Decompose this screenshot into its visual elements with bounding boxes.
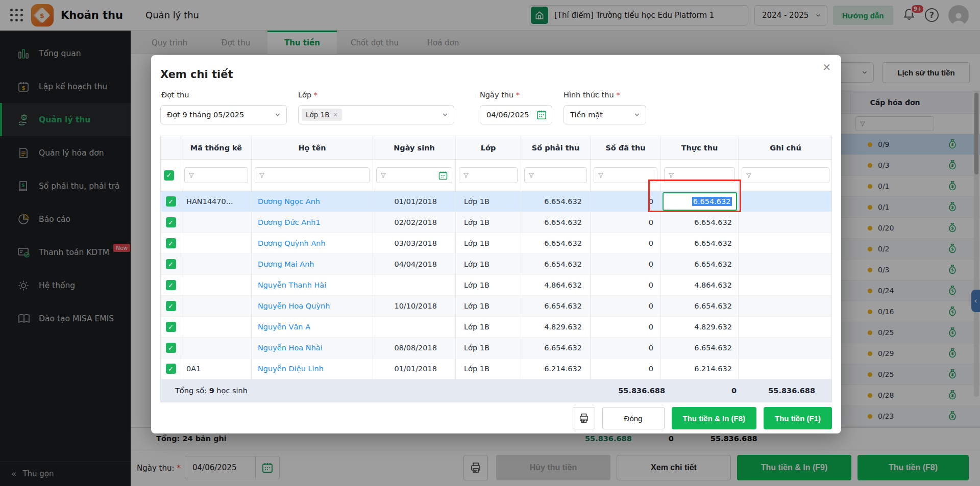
student-code-cell [181,212,252,233]
payment-method-value: Tiền mặt [570,111,633,119]
total-paid: 0 [673,387,744,395]
note-cell [739,275,832,295]
actual-amount-cell: 6.654.632 [661,296,739,316]
student-name-link[interactable]: Dương Ngọc Anh [258,197,320,206]
row-checkbox-cell: ✓ [161,212,181,233]
table-row: ✓HAN14470...Dương Ngọc Anh01/01/2018Lớp … [161,191,831,212]
student-name-link[interactable]: Nguyễn Hoa Nhài [258,344,323,352]
student-code-cell [181,233,252,253]
row-checkbox[interactable]: ✓ [166,364,176,374]
amount-due-cell: 6.654.632 [521,296,591,316]
batch-select[interactable]: Đợt 9 tháng 05/2025 [160,105,287,124]
filter-funnel-icon [528,172,534,178]
table-row: ✓Dương Đức Anh102/02/2018Lớp 1B6.654.632… [161,212,831,233]
calendar-icon[interactable] [438,170,448,181]
student-code-cell: HAN14470... [181,191,252,212]
total-actual: 55.836.688 [744,387,821,395]
student-name-link[interactable]: Dương Mai Anh [258,260,314,268]
column-filter-input[interactable] [459,167,518,183]
app-screen: $ Khoản thu Quản lý thu [Thí điểm] Trườn… [0,0,980,486]
select-all-checkbox[interactable]: ✓ [164,170,174,181]
selected-text: 6.654.632 [692,197,732,206]
filter-funnel-icon [598,172,604,178]
chevron-down-icon [274,111,281,118]
filter-cell [521,160,591,191]
column-header: Ghi chú [739,136,832,159]
student-name-link[interactable]: Nguyễn Diệu Linh [258,365,324,373]
column-filter-input[interactable] [742,167,829,183]
collect-date-field[interactable]: 04/06/2025 [480,105,552,124]
student-code-cell [181,275,252,295]
dob-cell: 08/08/2018 [373,338,456,358]
amount-paid-cell: 0 [591,317,661,337]
actual-amount-cell: 6.654.632 [661,254,739,274]
column-filter-input[interactable] [524,167,587,183]
row-checkbox[interactable]: ✓ [166,259,176,269]
column-filter-input[interactable] [376,167,452,183]
amount-paid-cell: 0 [591,296,661,316]
actual-amount-cell: 6.214.632 [661,359,739,379]
collect-and-print-button[interactable]: Thu tiền & In (F8) [672,407,756,429]
row-checkbox-cell: ✓ [161,191,181,212]
student-name-link[interactable]: Dương Quỳnh Anh [258,239,326,247]
row-checkbox[interactable]: ✓ [166,322,176,332]
column-header: Mã thống kê [181,136,252,159]
print-button[interactable] [573,407,595,429]
class-tag: Lớp 1B ✕ [302,109,342,121]
dob-cell [373,275,456,295]
actual-amount-cell: 6.654.632 [661,233,739,253]
amount-due-cell: 4.864.632 [521,275,591,295]
student-name-cell: Nguyễn Hoa Nhài [252,338,373,358]
student-code-cell: 0A1 [181,359,252,379]
class-cell: Lớp 1B [456,212,521,233]
dob-cell: 01/01/2018 [373,191,456,212]
class-cell: Lớp 1B [456,233,521,253]
batch-label: Đợt thu [161,91,189,99]
row-checkbox[interactable]: ✓ [166,301,176,311]
class-cell: Lớp 1B [456,191,521,212]
note-cell [739,338,832,358]
table-row: ✓Nguyễn Hoa Quỳnh10/10/2018Lớp 1B6.654.6… [161,296,831,317]
calendar-icon[interactable] [536,109,547,120]
column-header: Họ tên [252,136,373,159]
dob-cell [373,317,456,337]
filter-cell [252,160,373,191]
row-checkbox[interactable]: ✓ [166,238,176,248]
class-cell: Lớp 1B [456,254,521,274]
close-button[interactable]: Đóng [602,407,665,429]
student-name-cell: Nguyễn Hoa Quỳnh [252,296,373,316]
column-header: Thực thu [661,136,739,159]
student-code-cell [181,338,252,358]
student-name-link[interactable]: Nguyễn Hoa Quỳnh [258,302,330,310]
amount-paid-cell: 0 [591,275,661,295]
column-filter-input[interactable] [255,167,370,183]
view-detail-modal: ✕ Xem chi tiết Đợt thu Lớp * Ngày thu * … [151,55,841,433]
column-filter-input[interactable] [184,167,248,183]
payment-method-select[interactable]: Tiền mặt [564,105,646,124]
column-filter-input[interactable] [664,167,735,183]
row-checkbox[interactable]: ✓ [166,280,176,290]
note-cell [739,191,832,212]
amount-paid-cell: 0 [591,212,661,233]
student-name-link[interactable]: Dương Đức Anh1 [258,218,321,226]
close-icon[interactable]: ✕ [822,61,831,73]
filter-cell [739,160,832,191]
student-name-link[interactable]: Nguyễn Thanh Hài [258,281,326,289]
row-checkbox[interactable]: ✓ [166,343,176,353]
actual-amount-input[interactable]: 6.654.632 [663,192,737,211]
table-row: ✓Nguyễn Văn ALớp 1B4.829.63204.829.632 [161,317,831,338]
class-select[interactable]: Lớp 1B ✕ [298,105,454,124]
actual-amount-cell: 4.864.632 [661,275,739,295]
modal-filters: Đợt thu Lớp * Ngày thu * Hình thức thu *… [160,91,832,134]
row-checkbox-cell: ✓ [161,233,181,253]
class-cell: Lớp 1B [456,317,521,337]
column-filter-input[interactable] [594,167,657,183]
student-name-cell: Nguyễn Diệu Linh [252,359,373,379]
collect-button[interactable]: Thu tiền (F1) [764,407,832,429]
student-name-link[interactable]: Nguyễn Văn A [258,323,310,331]
row-checkbox[interactable]: ✓ [166,196,176,207]
remove-tag-icon[interactable]: ✕ [333,112,338,118]
student-code-cell [181,317,252,337]
note-cell [739,233,832,253]
row-checkbox[interactable]: ✓ [166,217,176,227]
